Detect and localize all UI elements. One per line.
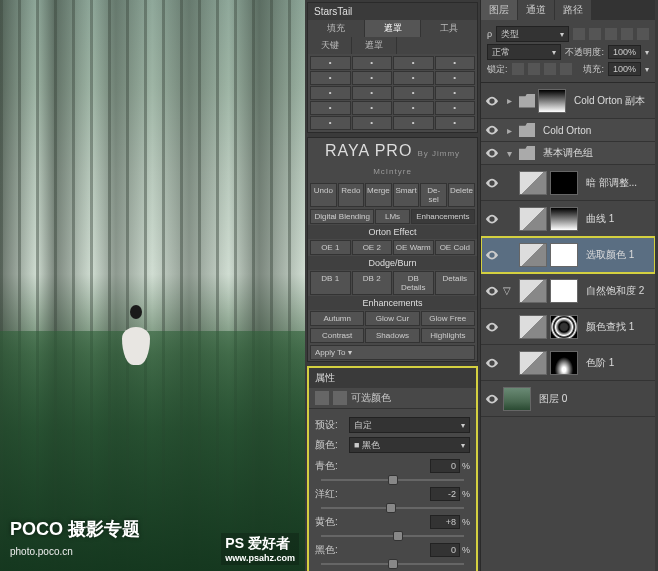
layer-mask[interactable] xyxy=(538,89,566,113)
autumn[interactable]: Autumn xyxy=(310,311,364,326)
dbdet[interactable]: DB Details xyxy=(393,271,434,295)
layer-vibrance[interactable]: ▽ 自然饱和度 2 xyxy=(481,273,655,309)
oe1[interactable]: OE 1 xyxy=(310,240,351,255)
canvas-area[interactable]: POCO 摄影专题 photo.poco.cn PS 爱好者 www.psahz… xyxy=(0,0,305,571)
adj-thumb[interactable] xyxy=(519,171,547,195)
layer-shadows[interactable]: 暗 部调整... xyxy=(481,165,655,201)
db2[interactable]: DB 2 xyxy=(352,271,393,295)
lock-trans-icon[interactable] xyxy=(512,63,524,75)
fill-label: 填充: xyxy=(583,63,604,76)
st-tab-1[interactable]: 遮罩 xyxy=(365,20,421,37)
opacity-value[interactable]: 100% xyxy=(608,45,641,59)
eye-icon[interactable] xyxy=(485,176,499,190)
oecold[interactable]: OE Cold xyxy=(435,240,476,255)
filter-shape-icon[interactable] xyxy=(621,28,633,40)
apply-to[interactable]: Apply To ▾ xyxy=(310,345,475,360)
raya-db[interactable]: Digital Blending xyxy=(310,209,374,224)
eye-icon[interactable] xyxy=(485,94,499,108)
st-tab2-1[interactable]: 遮罩 xyxy=(352,37,395,54)
filter-img-icon[interactable] xyxy=(573,28,585,40)
layer-color-lookup[interactable]: 颜色查找 1 xyxy=(481,309,655,345)
yellow-slider[interactable] xyxy=(321,535,464,537)
cyan-value[interactable]: 0 xyxy=(430,459,460,473)
eye-icon[interactable] xyxy=(485,320,499,334)
raya-redo[interactable]: Redo xyxy=(338,183,365,207)
raya-desel[interactable]: De-sel xyxy=(420,183,447,207)
layer-mask[interactable] xyxy=(550,351,578,375)
glowfree[interactable]: Glow Free xyxy=(421,311,475,326)
highlights[interactable]: Highlights xyxy=(421,328,475,343)
details[interactable]: Details xyxy=(435,271,476,295)
lock-pos-icon[interactable] xyxy=(544,63,556,75)
raya-delete[interactable]: Delete xyxy=(448,183,475,207)
filter-txt-icon[interactable] xyxy=(605,28,617,40)
yellow-value[interactable]: +8 xyxy=(430,515,460,529)
layer-mask[interactable] xyxy=(550,171,578,195)
glowcur[interactable]: Glow Cur xyxy=(365,311,419,326)
fill-value[interactable]: 100% xyxy=(608,62,641,76)
tab-layers[interactable]: 图层 xyxy=(481,0,517,20)
magenta-slider[interactable] xyxy=(321,507,464,509)
st-tab-2[interactable]: 工具 xyxy=(421,20,477,37)
eye-icon[interactable] xyxy=(485,123,499,137)
filter-smart-icon[interactable] xyxy=(637,28,649,40)
layer-cold-orton-copy[interactable]: ▸ Cold Orton 副本 xyxy=(481,83,655,119)
black-slider[interactable] xyxy=(321,563,464,565)
db1[interactable]: DB 1 xyxy=(310,271,351,295)
layer-base-group[interactable]: ▾ 基本调色组 xyxy=(481,142,655,165)
layer-mask[interactable] xyxy=(550,207,578,231)
folder-icon xyxy=(519,94,535,108)
raya-undo[interactable]: Undo xyxy=(310,183,337,207)
expand-icon[interactable]: ▸ xyxy=(503,125,515,136)
blend-mode-select[interactable]: 正常▾ xyxy=(487,44,561,60)
eye-icon[interactable] xyxy=(485,146,499,160)
expand-icon[interactable]: ▾ xyxy=(503,148,515,159)
adj-thumb[interactable] xyxy=(519,243,547,267)
expand-icon[interactable]: ▸ xyxy=(503,95,515,106)
tab-channels[interactable]: 通道 xyxy=(518,0,554,20)
raya-lms[interactable]: LMs xyxy=(375,209,409,224)
lock-all-icon[interactable] xyxy=(560,63,572,75)
adj-thumb[interactable] xyxy=(519,207,547,231)
adj-thumb[interactable] xyxy=(519,351,547,375)
tab-paths[interactable]: 路径 xyxy=(555,0,591,20)
cyan-slider[interactable] xyxy=(321,479,464,481)
layer-mask[interactable] xyxy=(550,243,578,267)
img-thumb[interactable] xyxy=(503,387,531,411)
layer-cold-orton[interactable]: ▸ Cold Orton xyxy=(481,119,655,142)
eye-icon[interactable] xyxy=(485,212,499,226)
kind-filter[interactable]: 类型▾ xyxy=(496,26,569,42)
mask-icon xyxy=(333,391,347,405)
layer-background[interactable]: 图层 0 xyxy=(481,381,655,417)
raya-panel: RAYA PRO By Jimmy McIntyre Undo Redo Mer… xyxy=(307,137,478,362)
layer-mask[interactable] xyxy=(550,279,578,303)
layer-curves[interactable]: 曲线 1 xyxy=(481,201,655,237)
color-select[interactable]: ■ 黑色▾ xyxy=(349,437,470,453)
layer-mask[interactable] xyxy=(550,315,578,339)
adj-thumb[interactable] xyxy=(519,279,547,303)
raya-title: RAYA PRO By Jimmy McIntyre xyxy=(308,138,477,182)
raya-smart[interactable]: Smart xyxy=(393,183,420,207)
eye-icon[interactable] xyxy=(485,356,499,370)
lock-pixels-icon[interactable] xyxy=(528,63,540,75)
preset-select[interactable]: 自定▾ xyxy=(349,417,470,433)
raya-merge[interactable]: Merge xyxy=(365,183,392,207)
contrast[interactable]: Contrast xyxy=(310,328,364,343)
eye-icon[interactable] xyxy=(485,248,499,262)
raya-enh-tab[interactable]: Enhancements xyxy=(411,209,475,224)
filter-adj-icon[interactable] xyxy=(589,28,601,40)
shadows[interactable]: Shadows xyxy=(365,328,419,343)
eye-icon[interactable] xyxy=(485,392,499,406)
st-btn[interactable]: • xyxy=(310,56,351,70)
adj-thumb[interactable] xyxy=(519,315,547,339)
oewarm[interactable]: OE Warm xyxy=(393,240,434,255)
magenta-value[interactable]: -2 xyxy=(430,487,460,501)
black-value[interactable]: 0 xyxy=(430,543,460,557)
layer-levels[interactable]: 色阶 1 xyxy=(481,345,655,381)
eye-icon[interactable] xyxy=(485,284,499,298)
oe2[interactable]: OE 2 xyxy=(352,240,393,255)
st-tab2-0[interactable]: 天键 xyxy=(308,37,351,54)
layer-selective-color[interactable]: 选取颜色 1 xyxy=(481,237,655,273)
lock-label: 锁定: xyxy=(487,63,508,76)
st-tab-0[interactable]: 填充 xyxy=(308,20,364,37)
